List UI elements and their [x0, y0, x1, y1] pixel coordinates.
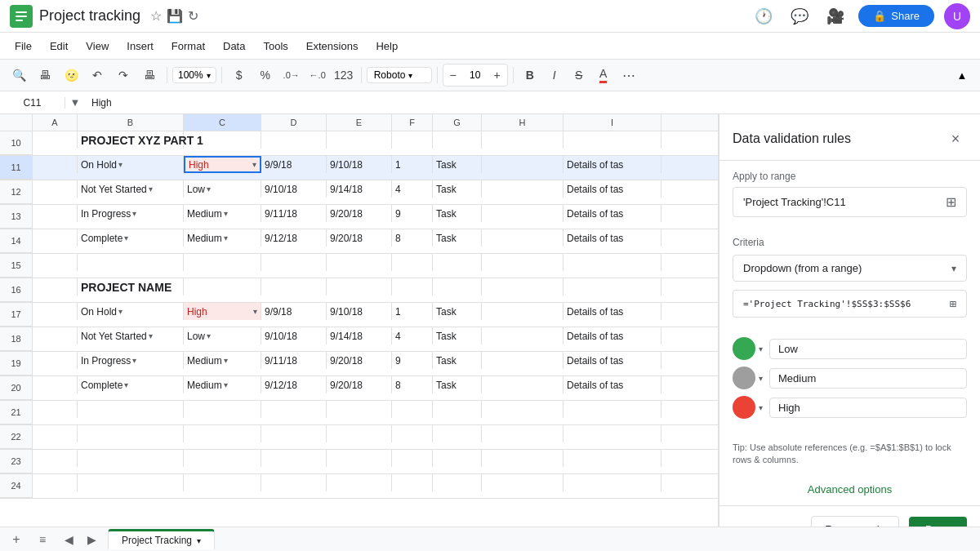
cell-d18[interactable]: 9/10/18 — [261, 327, 327, 344]
cell-g20[interactable]: Task — [433, 376, 482, 393]
more-format-btn[interactable]: ⋯ — [617, 64, 641, 87]
dropdown-arrow-c11[interactable]: ▾ — [252, 157, 256, 173]
cell-d22[interactable] — [261, 425, 327, 442]
dropdown-arrow[interactable]: ▾ — [118, 157, 122, 173]
cell-f10[interactable] — [392, 131, 433, 149]
cell-g21[interactable] — [433, 401, 482, 418]
cell-c19[interactable]: Medium ▾ — [184, 352, 261, 369]
cell-d14[interactable]: 9/12/18 — [261, 229, 327, 247]
cell-c13[interactable]: Medium ▾ — [184, 205, 261, 222]
cell-h13[interactable] — [482, 205, 564, 222]
cell-i20[interactable]: Details of tas — [564, 376, 662, 393]
menu-tools[interactable]: Tools — [255, 37, 296, 56]
row-num-12[interactable]: 12 — [0, 180, 33, 204]
col-header-c[interactable]: C — [184, 114, 261, 131]
cell-g24[interactable] — [433, 474, 482, 491]
row-num-19[interactable]: 19 — [0, 352, 33, 375]
cell-c24[interactable] — [184, 474, 261, 491]
row-num-23[interactable]: 23 — [0, 450, 33, 473]
cell-d11[interactable]: 9/9/18 — [261, 156, 327, 173]
active-sheet-tab[interactable]: Project Tracking ▾ — [108, 529, 215, 549]
cell-c16[interactable] — [184, 278, 261, 295]
done-button[interactable]: Done — [909, 517, 967, 527]
format-123-btn[interactable]: 123 — [332, 64, 356, 87]
cell-f18[interactable]: 4 — [392, 327, 433, 344]
cell-a21[interactable] — [33, 401, 78, 418]
row-num-16[interactable]: 16 — [0, 278, 33, 302]
cell-d24[interactable] — [261, 474, 327, 491]
cell-i18[interactable]: Details of tas — [564, 327, 662, 344]
meet-icon[interactable]: 🎥 — [822, 3, 849, 29]
cell-a16[interactable] — [33, 278, 78, 295]
cell-e22[interactable] — [327, 425, 392, 442]
cell-h17[interactable] — [482, 303, 564, 320]
cell-a17[interactable] — [33, 303, 78, 320]
row-num-15[interactable]: 15 — [0, 254, 33, 278]
dropdown-arrow-b17[interactable]: ▾ — [118, 304, 122, 320]
bold-btn[interactable]: B — [519, 64, 541, 87]
range-input[interactable]: 'Project Tracking'!C11 ⊞ — [733, 187, 967, 217]
hide-formula-bar-btn[interactable]: ▲ — [951, 64, 973, 87]
cell-i13[interactable]: Details of tas — [564, 205, 662, 222]
cell-i19[interactable]: Details of tas — [564, 352, 662, 369]
cell-i22[interactable] — [564, 425, 662, 442]
row-num-17[interactable]: 17 — [0, 303, 33, 327]
close-panel-button[interactable]: × — [944, 127, 967, 150]
cell-f21[interactable] — [392, 401, 433, 418]
medium-label-input[interactable] — [769, 368, 967, 389]
cell-d12[interactable]: 9/10/18 — [261, 180, 327, 198]
dropdown-arrow-b19[interactable]: ▾ — [132, 353, 136, 369]
star-icon[interactable]: ☆ — [150, 8, 162, 24]
cell-i14[interactable]: Details of tas — [564, 229, 662, 247]
zoom-control[interactable]: 100% ▾ — [172, 67, 216, 83]
increase-decimal-btn[interactable]: ←.0 — [305, 64, 330, 87]
col-header-g[interactable]: G — [433, 114, 482, 131]
cell-g14[interactable]: Task — [433, 229, 482, 247]
row-num-22[interactable]: 22 — [0, 425, 33, 449]
dropdown-arrow-c18[interactable]: ▾ — [207, 328, 211, 344]
cell-d16[interactable] — [261, 278, 327, 295]
cell-f24[interactable] — [392, 474, 433, 491]
cell-g19[interactable]: Task — [433, 352, 482, 369]
cell-g16[interactable] — [433, 278, 482, 295]
dropdown-arrow-b12[interactable]: ▾ — [149, 181, 153, 198]
col-header-i[interactable]: I — [564, 114, 662, 131]
menu-file[interactable]: File — [7, 37, 40, 56]
cell-a22[interactable] — [33, 425, 78, 442]
avatar[interactable]: U — [944, 3, 970, 29]
cell-i15[interactable] — [564, 254, 662, 271]
dropdown-arrow-b13[interactable]: ▾ — [132, 206, 136, 222]
print-btn[interactable]: 🖶 — [33, 64, 57, 87]
cell-e18[interactable]: 9/14/18 — [327, 327, 392, 344]
cell-e15[interactable] — [327, 254, 392, 271]
cell-c22[interactable] — [184, 425, 261, 442]
cell-g22[interactable] — [433, 425, 482, 442]
cell-g23[interactable] — [433, 450, 482, 467]
cell-c15[interactable] — [184, 254, 261, 271]
cell-e16[interactable] — [327, 278, 392, 295]
row-num-24[interactable]: 24 — [0, 474, 33, 498]
percent-btn[interactable]: % — [253, 64, 278, 87]
cell-d19[interactable]: 9/11/18 — [261, 352, 327, 369]
cell-b22[interactable] — [78, 425, 184, 442]
app-logo[interactable] — [10, 5, 33, 28]
undo-btn[interactable]: ↶ — [85, 64, 109, 87]
dropdown-arrow-b18[interactable]: ▾ — [149, 328, 153, 344]
formula-content[interactable]: High — [85, 97, 980, 109]
redo-btn[interactable]: ↷ — [111, 64, 136, 87]
cell-c23[interactable] — [184, 450, 261, 467]
paint-format-btn[interactable]: 🌝 — [59, 64, 83, 87]
cell-e24[interactable] — [327, 474, 392, 491]
cell-b24[interactable] — [78, 474, 184, 491]
print-btn2[interactable]: 🖶 — [137, 64, 162, 87]
cell-e11[interactable]: 9/10/18 — [327, 156, 392, 173]
cell-e21[interactable] — [327, 401, 392, 418]
cell-a15[interactable] — [33, 254, 78, 271]
cell-i12[interactable]: Details of tas — [564, 180, 662, 198]
cell-i17[interactable]: Details of tas — [564, 303, 662, 320]
cell-a20[interactable] — [33, 376, 78, 393]
sheet-list-button[interactable]: ≡ — [33, 530, 52, 549]
cell-h16[interactable] — [482, 278, 564, 295]
increase-font-btn[interactable]: + — [488, 64, 507, 86]
dropdown-arrow-c14[interactable]: ▾ — [224, 230, 228, 247]
